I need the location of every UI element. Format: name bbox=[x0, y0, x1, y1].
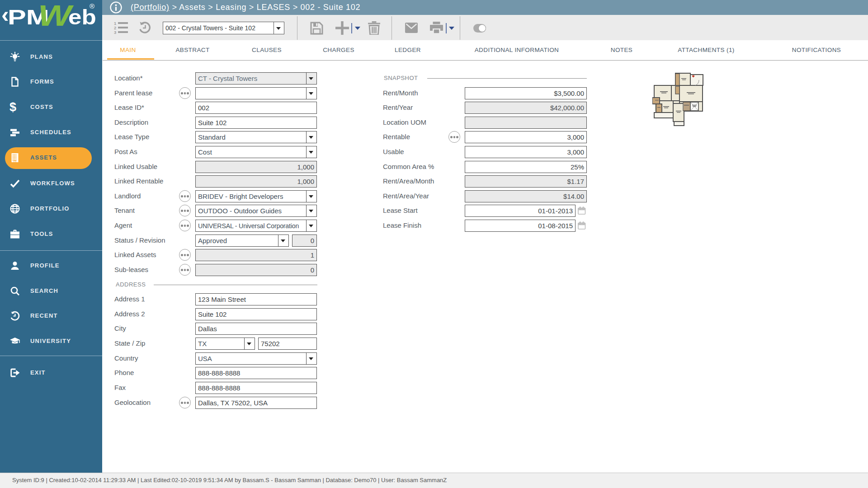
svg-text:3: 3 bbox=[114, 30, 116, 35]
